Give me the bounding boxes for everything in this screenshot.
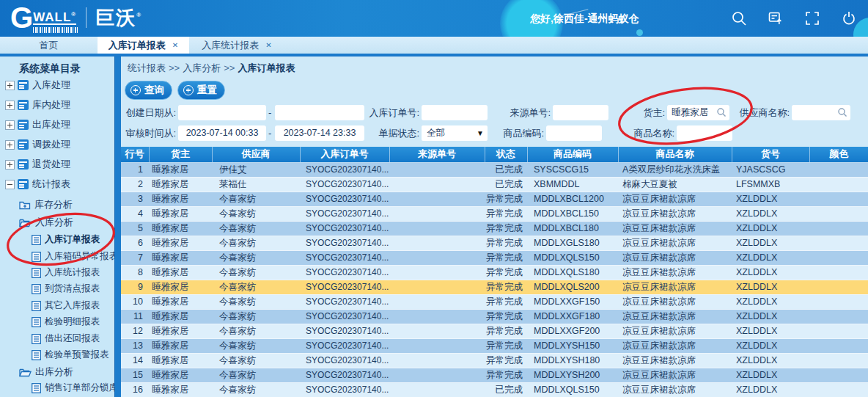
sku-name-input[interactable] xyxy=(677,125,732,141)
cell: 5 xyxy=(121,221,149,236)
sidebar-item-统计报表[interactable]: 统计报表 xyxy=(5,178,70,191)
expand-plus-icon[interactable] xyxy=(5,101,15,110)
column-header-入库订单号[interactable]: 入库订单号 xyxy=(300,147,389,162)
cell xyxy=(389,294,485,309)
expand-plus-icon[interactable] xyxy=(5,81,15,90)
column-header-状态[interactable]: 状态 xyxy=(485,147,527,162)
table-row[interactable]: 10睡雅家居今喜家纺SYOCG202307140...异常完成MDDLXXGF1… xyxy=(121,294,868,309)
sidebar-item-出库分析[interactable]: 出库分析 xyxy=(19,365,73,379)
sidebar-item-调拨处理[interactable]: 调拨处理 xyxy=(5,138,70,151)
sidebar-item-入库处理[interactable]: 入库处理 xyxy=(5,79,70,92)
cell: YJASCSCG xyxy=(732,162,809,177)
create-date-to-input[interactable] xyxy=(275,105,364,120)
status-select[interactable]: 全部▼ xyxy=(422,125,488,141)
sidebar-item-入库订单报表[interactable]: 入库订单报表 xyxy=(32,233,100,246)
column-header-商品编码[interactable]: 商品编码 xyxy=(527,147,618,162)
owner-label: 货主: xyxy=(625,105,665,120)
sidebar: 系统菜单目录 入库处理库内处理出库处理调拨处理退货处理统计报表库存分析入库分析入… xyxy=(0,57,114,397)
table-row[interactable]: 11睡雅家居今喜家纺SYOCG202307140...异常完成MDDLXXGF1… xyxy=(121,309,868,324)
owner-field[interactable]: 睡雅家居 xyxy=(667,105,729,120)
create-date-from-input[interactable] xyxy=(178,105,266,120)
sidebar-item-其它入库报表[interactable]: 其它入库报表 xyxy=(32,299,100,312)
supplier-field[interactable] xyxy=(792,105,850,120)
table-row[interactable]: 16睡雅家居今喜家纺SYOCG202307140...已完成MDDLXQLS15… xyxy=(121,382,868,397)
table-row[interactable]: 6睡雅家居今喜家纺SYOCG202307140...异常完成MDDLXGLS18… xyxy=(121,236,868,250)
table-row[interactable]: 15睡雅家居今喜家纺SYOCG202307140...异常完成MDDLXYSH2… xyxy=(121,368,868,382)
tab-1[interactable]: 首页 xyxy=(0,37,98,54)
close-icon[interactable]: ✕ xyxy=(265,41,271,49)
page: G WALL® 巨沃® 您好,徐西佳-通州蚂蚁仓 首页入库订单报表✕入库统计报表… xyxy=(0,0,868,397)
sidebar-item-入库箱码异常报表[interactable]: 入库箱码异常报表 xyxy=(32,250,114,263)
range-dash: - xyxy=(268,105,271,120)
column-header-供应商[interactable]: 供应商 xyxy=(212,147,300,162)
export-icon[interactable] xyxy=(767,10,784,27)
reset-button[interactable]: 重置 xyxy=(177,81,225,100)
cell: XZLDDLX xyxy=(732,324,809,338)
cell: 凉豆豆床裙款凉席 xyxy=(618,265,732,280)
sidebar-item-库内处理[interactable]: 库内处理 xyxy=(5,98,70,112)
table-row[interactable]: 2睡雅家居莱福仕SYOCG202307140...已完成XBMMDDL棉麻大豆夏… xyxy=(121,177,868,192)
power-icon[interactable] xyxy=(840,10,858,27)
sidebar-item-销售订单部分锁库报[interactable]: 销售订单部分锁库报 xyxy=(32,382,114,394)
sidebar-item-label: 入库分析 xyxy=(35,216,73,229)
order-no-label: 入库订单号: xyxy=(364,105,419,120)
tab-2[interactable]: 入库订单报表✕ xyxy=(98,37,189,54)
sidebar-item-入库分析[interactable]: 入库分析 xyxy=(19,216,73,229)
fullscreen-icon[interactable] xyxy=(803,10,821,27)
table-row[interactable]: 9睡雅家居今喜家纺SYOCG202307140...异常完成MDDLXQLS20… xyxy=(121,280,868,294)
search-icon[interactable] xyxy=(730,10,748,27)
table-row[interactable]: 3睡雅家居今喜家纺SYOCG202307140...异常完成MDDLXBCL12… xyxy=(121,192,868,206)
sidebar-item-检验单预警报表[interactable]: 检验单预警报表 xyxy=(32,349,109,361)
magnifier-icon[interactable] xyxy=(716,107,727,117)
close-icon[interactable]: ✕ xyxy=(172,41,178,49)
doc-icon xyxy=(32,350,41,360)
query-button[interactable]: 查询 xyxy=(125,81,172,100)
table-row[interactable]: 14睡雅家居今喜家纺SYOCG202307140...异常完成MDDLXYSH1… xyxy=(121,353,868,368)
audit-to-input[interactable]: 2023-07-14 23:33 xyxy=(275,125,364,141)
table-row[interactable]: 5睡雅家居今喜家纺SYOCG202307140...异常完成MDDLXBCL18… xyxy=(121,221,868,236)
table-row[interactable]: 8睡雅家居今喜家纺SYOCG202307140...异常完成MDDLXQLS18… xyxy=(121,265,868,280)
cell: LFSMMXB xyxy=(732,177,809,192)
audit-from-input[interactable]: 2023-07-14 00:33 xyxy=(178,125,266,141)
sidebar-item-入库统计报表[interactable]: 入库统计报表 xyxy=(32,266,100,279)
expand-plus-icon[interactable] xyxy=(5,120,15,130)
cell: XZLDDLX xyxy=(732,192,809,206)
column-header-商品名称[interactable]: 商品名称 xyxy=(618,147,732,162)
sidebar-item-出库处理[interactable]: 出库处理 xyxy=(5,118,70,131)
sidebar-item-到货清点报表[interactable]: 到货清点报表 xyxy=(32,283,100,295)
sidebar-item-借出还回报表[interactable]: 借出还回报表 xyxy=(32,332,100,345)
source-no-label: 来源单号: xyxy=(501,105,551,120)
cell: 睡雅家居 xyxy=(149,206,212,221)
sidebar-item-label: 入库订单报表 xyxy=(45,233,100,246)
sidebar-item-退货处理[interactable]: 退货处理 xyxy=(5,158,70,171)
column-header-来源单号[interactable]: 来源单号 xyxy=(389,147,485,162)
column-header-颜色[interactable]: 颜色 xyxy=(809,147,868,162)
collapse-minus-icon[interactable] xyxy=(5,180,15,189)
sidebar-item-库存分析[interactable]: 库存分析 xyxy=(19,198,73,211)
table-row[interactable]: 7睡雅家居今喜家纺SYOCG202307140...异常完成MDDLXQLS15… xyxy=(121,250,868,265)
sku-code-input[interactable] xyxy=(546,125,602,141)
table-row[interactable]: 4睡雅家居今喜家纺SYOCG202307140...异常完成MDDLXBCL15… xyxy=(121,206,868,221)
order-no-input[interactable] xyxy=(422,105,488,120)
table-row[interactable]: 13睡雅家居今喜家纺SYOCG202307140...异常完成MDDLXYSH1… xyxy=(121,338,868,353)
cell xyxy=(809,177,868,192)
cell: 今喜家纺 xyxy=(212,192,300,206)
magnifier-icon[interactable] xyxy=(837,107,847,117)
sidebar-item-检验明细报表[interactable]: 检验明细报表 xyxy=(32,316,100,328)
source-no-input[interactable] xyxy=(553,105,608,120)
cell: 15 xyxy=(121,368,149,382)
cell xyxy=(809,236,868,250)
column-header-货主[interactable]: 货主 xyxy=(149,147,212,162)
table-row[interactable]: 1睡雅家居伊佳艾SYOCG202307140...已完成SYSCSCG15A类双… xyxy=(121,162,868,177)
column-header-行号[interactable]: 行号 xyxy=(121,147,149,162)
expand-plus-icon[interactable] xyxy=(5,140,15,150)
cell: 已完成 xyxy=(485,162,527,177)
column-header-货号[interactable]: 货号 xyxy=(732,147,809,162)
expand-plus-icon[interactable] xyxy=(5,160,15,170)
sidebar-scrollbar[interactable] xyxy=(114,57,121,397)
tab-3[interactable]: 入库统计报表✕ xyxy=(189,37,284,54)
cell: 凉豆豆床裙款凉席 xyxy=(618,353,732,368)
table-row[interactable]: 12睡雅家居今喜家纺SYOCG202307140...异常完成MDDLXXGF2… xyxy=(121,324,868,338)
cell xyxy=(809,162,868,177)
cell xyxy=(389,236,485,250)
